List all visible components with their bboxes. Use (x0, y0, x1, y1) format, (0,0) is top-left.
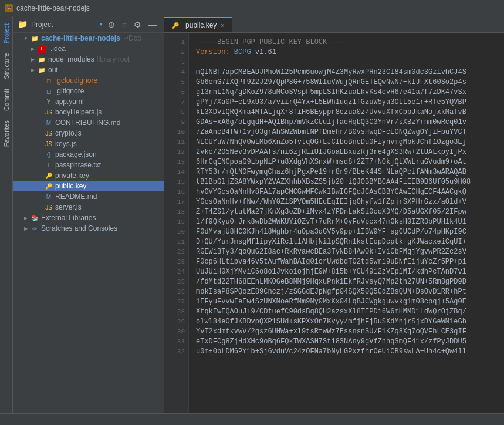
sidebar-settings-btn[interactable]: ⚙ (131, 19, 144, 31)
gcloud-arrow (36, 77, 43, 84)
privkey-label: private.key (55, 171, 89, 180)
code-line: YvT2xdmtkvwV/2gsz6UHWa+xl9tsRtwWz7Essnsn… (196, 327, 497, 337)
git-icon: ◻ (45, 87, 53, 95)
pubkey-label: public.key (55, 182, 86, 190)
idea-arrow (29, 45, 36, 52)
code-line: mQINBF7apCMBEADJPhoW125Pcm6uowjM4Z3MyRwx… (196, 68, 497, 77)
tree-item-packagejson[interactable]: {} package.json (13, 149, 164, 160)
sidebar: 📁 Project ▾ ⊕ ≡ ⚙ — 📁 cache-little-bear-… (13, 16, 164, 413)
project-folder-icon: 📁 (18, 19, 28, 29)
tree-item-scratches[interactable]: ✏ Scratches and Consoles (13, 223, 164, 234)
tree-item-node-modules[interactable]: 📁 node_modules library root (13, 54, 164, 65)
contrib-arrow (36, 119, 43, 126)
code-line: 7ZaAncB4fW+1vjO3grAhSW2WbmtNPfDmeHr/B0vs… (196, 127, 497, 137)
tree-item-contributing[interactable]: M CONTRIBUTING.md (13, 117, 164, 128)
node-modules-icon: 📁 (38, 55, 46, 63)
vtab-favorites[interactable]: Favorites (1, 116, 12, 151)
extlib-label: External Libraries (41, 214, 96, 222)
editor-tab-publickey[interactable]: 🔑 public.key ✕ (164, 17, 232, 32)
node-modules-arrow (29, 56, 36, 63)
keys-label: keys.js (55, 140, 77, 148)
scratch-label: Scratches and Consoles (41, 224, 117, 232)
node-modules-label: node_modules (48, 55, 94, 63)
vtab-project[interactable]: Project (1, 19, 12, 48)
code-line: YGcsOaNnHv+fNw//WhY0Z1SPVOm5HEcEqIEIjqOh… (196, 197, 497, 207)
pkg-arrow (36, 151, 43, 158)
sidebar-add-btn[interactable]: ⊕ (106, 19, 117, 31)
sidebar-icon-btn: ▾ (99, 20, 103, 29)
pubkey-icon: 🔑 (45, 182, 53, 190)
code-line: 6HrCqENCpoaG9LbpNiP+u8XdgVhXSnxW+msd8+2Z… (196, 157, 497, 167)
title-bar: 🐻 cache-little-bear-nodejs (0, 0, 504, 16)
scratch-arrow (22, 225, 29, 232)
tree-item-readme[interactable]: M README.md (13, 191, 164, 202)
pubkey-arrow (36, 183, 43, 190)
code-line: F0dMvajU8HC0KJh4l8Wghbr4uOpa3qGV5y9pp+1I… (196, 227, 497, 237)
status-bar (0, 413, 504, 425)
code-line: 2vkc/2O5Nev3vDPAAfs/ni6zjRLiUlJGoaLBxuzR… (196, 147, 497, 157)
vtab-structure[interactable]: Structure (1, 48, 12, 84)
tab-label: public.key (185, 21, 217, 29)
tree-item-serverjs[interactable]: JS server.js (13, 202, 164, 212)
tree-item-crypto[interactable]: JS crypto.js (13, 128, 164, 139)
tree-item-bodyhelpers[interactable]: JS bodyHelpers.js (13, 107, 164, 117)
server-icon: JS (45, 203, 53, 211)
code-line: UuJUiH0XjYMviC6o8o1Jvko1ojhjE9W+8i5b+YCU… (196, 267, 497, 277)
code-line: g13rhL1Nq/gDKoZ978uMCoSVspF5mpLSlhKzuaLk… (196, 87, 497, 97)
contrib-label: CONTRIBUTING.md (55, 119, 120, 127)
git-arrow (36, 87, 43, 95)
code-line: -----BEGIN PGP PUBLIC KEY BLOCK----- (196, 38, 497, 48)
code-line: Gb6enG7IXQPf922J297QpP8G+758WIluVWujQRnG… (196, 77, 497, 87)
code-area[interactable]: -----BEGIN PGP PUBLIC KEY BLOCK-----Vers… (189, 33, 504, 413)
editor-content: 1234567891011121314151617181920212223242… (164, 33, 504, 413)
code-line: 1EFyuFvvwIeEw4SzUNXMoeRfMm9Ny0MxKx04LqBJ… (196, 297, 497, 307)
out-label: out (48, 66, 58, 74)
tree-item-publickey[interactable]: 🔑 public.key (13, 181, 164, 191)
root-arrow (22, 35, 29, 42)
tree-item-privatekey[interactable]: 🔑 private.key (13, 170, 164, 181)
body-label: bodyHelpers.js (55, 108, 102, 116)
sidebar-toolbar: 📁 Project ▾ ⊕ ≡ ⚙ — (13, 16, 164, 33)
tree-item-external-libs[interactable]: 📚 External Libraries (13, 212, 164, 223)
sidebar-toolbar-label: Project (31, 21, 97, 29)
code-line: RGEWiBTy3/qoQuG2I8ac+RkRvawcBEa3TyNB84Aw… (196, 247, 497, 257)
contrib-icon: M (45, 119, 53, 127)
root-path: ~/Doc (123, 34, 141, 42)
code-line: F0op6HLtipva46v5tAufWahBAIg0icrUwdbdTO2t… (196, 257, 497, 267)
code-line: /fdMtd22TH68EEhLMKOGeB8MMj9HqxuPnk1EkfRJ… (196, 277, 497, 287)
readme-label: README.md (55, 193, 97, 201)
tree-item-appyaml[interactable]: Y app.yaml (13, 96, 164, 107)
pass-icon: T (45, 161, 53, 169)
editor-area: 🔑 public.key ✕ 1234567891011121314151617… (164, 16, 504, 413)
vertical-tabs-panel: Project Structure Commit Favorites (0, 16, 13, 413)
tree-item-gitignore[interactable]: ◻ .gitignore (13, 86, 164, 96)
tree-item-keys[interactable]: JS keys.js (13, 139, 164, 149)
code-line: l/f9QKyu0+Jrk8wDb2WWKUYiOZvT+7dRrM+0yFuV… (196, 217, 497, 227)
code-line: tBlBbGljZSA8YWxpY2VAZXhhbXBsZS5jb20+iQJO… (196, 177, 497, 187)
gcloud-label: .gcloudignore (55, 76, 97, 85)
sidebar-filter-btn[interactable]: ≡ (120, 19, 129, 31)
code-line: RTY53r/mQtNOFwymqChaz6hjPgxPe19+r8r9/Bbe… (196, 167, 497, 177)
code-line: NECUYuW7NhQV0wLMb6XnZo5TvtqOG+LJCIboBncD… (196, 137, 497, 147)
keys-icon: JS (45, 140, 53, 148)
code-line: kL3XDviQRQKma4MTALjqXr8fiH6BEyppr8ezua0z… (196, 107, 497, 117)
tree-item-out[interactable]: 📁 out (13, 65, 164, 75)
tree-root[interactable]: 📁 cache-little-bear-nodejs ~/Doc (13, 33, 164, 43)
code-line: u0m+0bLDM6PY1b+Sj6vduVc24zOFNa7bNyLGPxzf… (196, 347, 497, 357)
root-label: cache-little-bear-nodejs (41, 34, 120, 42)
tree-item-idea[interactable]: I .idea (13, 43, 164, 54)
code-line: XtqkIwEQAOuJ+9/CDtuefC90dsBq8QH2azsxXl8T… (196, 307, 497, 317)
body-icon: JS (45, 108, 53, 116)
tab-close-btn[interactable]: ✕ (220, 22, 225, 29)
code-line: gPYj7Xa0P+cL9xU3/a7viirQ4Yx+L5EWh1uqz1fG… (196, 97, 497, 107)
git-label: .gitignore (55, 87, 84, 95)
body-arrow (36, 109, 43, 116)
tree-item-passphrase[interactable]: T passphrase.txt (13, 160, 164, 170)
tree-item-gcloudignore[interactable]: ◻ .gcloudignore (13, 75, 164, 86)
pkg-label: package.json (55, 150, 97, 158)
sidebar-minimize-btn[interactable]: — (146, 19, 159, 31)
vtab-commit[interactable]: Commit (1, 84, 12, 116)
code-line: mokIsaP8SPQozE89Cnczj/zSGGdEJpNgfp04SQX5… (196, 287, 497, 297)
root-folder-icon: 📁 (31, 34, 39, 42)
idea-icon: I (38, 45, 46, 53)
